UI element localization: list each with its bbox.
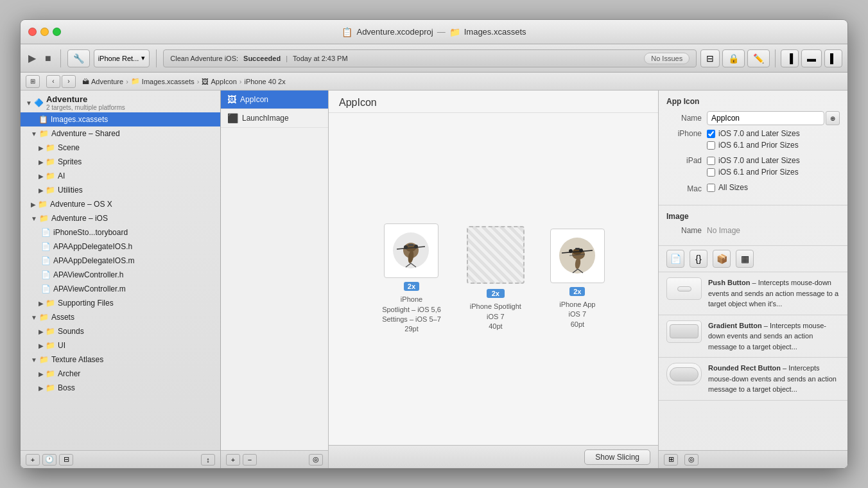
sidebar-item-ui[interactable]: ▶ 📁 UI	[21, 338, 220, 353]
asset-item-launchimage[interactable]: ⬛ LaunchImage	[221, 109, 328, 128]
icon-item-iphone-spotlight-old[interactable]: 2x iPhone Spotlight – iOS 5,6 Settings –…	[382, 223, 441, 335]
close-button[interactable]	[28, 28, 37, 36]
breadcrumb-item-iphone40[interactable]: iPhone 40 2x	[244, 78, 285, 85]
disclosure-ui[interactable]: ▶	[39, 342, 44, 349]
sidebar-item-supporting-files[interactable]: ▶ 📁 Supporting Files	[21, 296, 220, 310]
minimize-button[interactable]	[40, 28, 49, 36]
sidebar-item-sprites[interactable]: ▶ 📁 Sprites	[21, 155, 220, 169]
breadcrumb-item-adventure[interactable]: 🏔 Adventure	[82, 78, 123, 85]
toolbar-right: ⊟ 🔒 ✏️ ▐ ▬ ▌	[700, 49, 842, 67]
inspector-zoom-btn[interactable]: ◎	[684, 454, 699, 466]
sidebar-item-apa-delegate-h[interactable]: 📄 APAAppDelegateIOS.h	[21, 240, 220, 254]
sidebar-item-apa-controller-m[interactable]: 📄 APAViewController.m	[21, 282, 220, 296]
icon-preview-spotlight-ios7[interactable]	[467, 226, 525, 284]
view-btn-2[interactable]: 🔒	[722, 49, 745, 67]
nav-forward-button[interactable]: ›	[62, 75, 76, 88]
icon-item-iphone-app-ios7[interactable]: 2x iPhone App iOS 7 60pt	[550, 229, 605, 329]
ios61-prior-iphone-checkbox[interactable]	[707, 141, 715, 150]
inspector-icon-btn-3d[interactable]: 📦	[713, 250, 731, 268]
disclosure-ios[interactable]: ▼	[31, 215, 37, 222]
traffic-lights	[28, 28, 61, 36]
play-button[interactable]: ▶	[26, 49, 39, 67]
sidebar-item-images-xcassets[interactable]: 📋 Images.xcassets	[21, 112, 220, 126]
disclosure-texture[interactable]: ▼	[31, 356, 37, 363]
maximize-button[interactable]	[53, 28, 61, 36]
sidebar-item-sounds[interactable]: ▶ 📁 Sounds	[21, 324, 220, 338]
disclosure-sounds[interactable]: ▶	[39, 328, 44, 335]
ios7-later-iphone-checkbox[interactable]	[707, 130, 715, 138]
inspector-icon-btn-doc[interactable]: 📄	[666, 250, 684, 268]
sidebar-item-apa-controller-h[interactable]: 📄 APAViewController.h	[21, 268, 220, 282]
sidebar-item-adventure-osx[interactable]: ▶ 📁 Adventure – OS X	[21, 197, 220, 211]
view-btn-1[interactable]: ⊟	[700, 49, 720, 67]
boss-label: Boss	[58, 383, 75, 392]
breadcrumb-item-xcassets[interactable]: 📁 Images.xcassets	[131, 77, 195, 85]
asset-item-appicon[interactable]: 🖼 AppIcon	[221, 91, 328, 109]
sidebar-item-adventure-project[interactable]: ▼ 🔷 Adventure 2 targets, multiple platfo…	[21, 91, 220, 112]
disclosure-ai[interactable]: ▶	[39, 173, 44, 180]
sidebar-item-archer[interactable]: ▶ 📁 Archer	[21, 367, 220, 381]
view-btn-bottom-panel[interactable]: ▬	[801, 49, 822, 67]
sidebar-item-assets[interactable]: ▼ 📁 Assets	[21, 310, 220, 324]
sidebar-item-utilities[interactable]: ▶ 📁 Utilities	[21, 183, 220, 197]
sounds-label: Sounds	[58, 327, 84, 336]
supporting-label: Supporting Files	[58, 299, 114, 308]
view-btn-right-panel[interactable]: ▌	[824, 49, 842, 67]
view-btn-3[interactable]: ✏️	[747, 49, 770, 67]
scheme-selector[interactable]: iPhone Ret... ▾	[94, 49, 150, 67]
stop-button[interactable]: ■	[42, 50, 54, 67]
inspector-icon-btn-code[interactable]: {}	[690, 250, 707, 268]
disclosure-shared[interactable]: ▼	[31, 130, 37, 137]
grid-view-button[interactable]: ⊞	[26, 75, 40, 88]
sidebar-item-apa-delegate-m[interactable]: 📄 APAAppDelegateIOS.m	[21, 254, 220, 268]
disclosure-archer[interactable]: ▶	[39, 370, 44, 378]
disclosure-sprites[interactable]: ▶	[39, 159, 44, 166]
disclosure-scene[interactable]: ▶	[39, 144, 44, 152]
sidebar-item-boss[interactable]: ▶ 📁 Boss	[21, 381, 220, 395]
disclosure-boss[interactable]: ▶	[39, 385, 44, 392]
sidebar-recent-button[interactable]: 🕐	[42, 454, 56, 466]
sidebar-item-texture-atlases[interactable]: ▼ 📁 Texture Atlases	[21, 353, 220, 367]
sidebar-scroll-button[interactable]: ↕	[201, 454, 215, 466]
breadcrumb-item-appicon[interactable]: 🖼 AppIcon	[202, 78, 236, 85]
inspector-grid-btn[interactable]: ⊞	[664, 454, 678, 466]
asset-zoom-button[interactable]: ◎	[309, 454, 323, 466]
gradient-button-desc: Gradient Button – Intercepts mouse-down …	[708, 320, 840, 353]
ios7-later-ipad-checkbox[interactable]	[707, 157, 715, 165]
ios7-later-ipad-label: iOS 7.0 and Later Sizes	[718, 156, 800, 165]
icon-preview-spotlight-old[interactable]	[384, 223, 438, 278]
inspector-icons-row: 📄 {} 📦 ▦	[659, 246, 847, 272]
sidebar-item-scene[interactable]: ▶ 📁 Scene	[21, 141, 220, 155]
sidebar-filter-button[interactable]: ⊟	[59, 454, 73, 466]
ios61-prior-ipad-checkbox[interactable]	[707, 168, 715, 177]
sidebar-item-iphone-storyboard[interactable]: 📄 iPhoneSto...toryboard	[21, 225, 220, 240]
breadcrumb-sep-3: ›	[239, 78, 242, 85]
nav-back-button[interactable]: ‹	[46, 75, 60, 88]
disclosure-adventure[interactable]: ▼	[26, 100, 32, 107]
disclosure-osx[interactable]: ▶	[31, 201, 36, 208]
all-sizes-mac-checkbox[interactable]	[707, 184, 715, 192]
icon-preview-app-ios7[interactable]	[550, 229, 605, 283]
scene-folder-icon: 📁	[46, 143, 55, 152]
show-slicing-button[interactable]: Show Slicing	[584, 449, 650, 465]
xcode-icon-btn[interactable]: 🔧	[67, 49, 90, 67]
disclosure-supporting[interactable]: ▶	[39, 300, 44, 307]
sidebar-add-button[interactable]: +	[26, 454, 40, 466]
name-stepper-btn[interactable]: ⊕	[826, 111, 840, 125]
gradient-button-title: Gradient Button	[708, 322, 762, 329]
sidebar-item-ai[interactable]: ▶ 📁 AI	[21, 169, 220, 183]
disclosure-assets[interactable]: ▼	[31, 314, 37, 321]
view-btn-left-panel[interactable]: ▐	[781, 49, 799, 67]
disclosure-utilities[interactable]: ▶	[39, 187, 44, 194]
sidebar-item-adventure-ios[interactable]: ▼ 📁 Adventure – iOS	[21, 211, 220, 225]
icon-label-line3-1: Settings – iOS 5–7	[382, 315, 441, 323]
gradient-button-visual	[670, 324, 699, 338]
asset-add-button[interactable]: +	[226, 454, 240, 466]
name-input[interactable]	[707, 111, 824, 125]
icon-item-iphone-spotlight-ios7[interactable]: 2x iPhone Spotlight iOS 7 40pt	[467, 226, 525, 331]
ui-folder-icon: 📁	[46, 341, 55, 350]
asset-remove-button[interactable]: −	[243, 454, 257, 466]
delegate-h-icon: 📄	[41, 242, 51, 251]
sidebar-item-adventure-shared[interactable]: ▼ 📁 Adventure – Shared	[21, 126, 220, 141]
inspector-icon-btn-grid[interactable]: ▦	[736, 250, 754, 268]
